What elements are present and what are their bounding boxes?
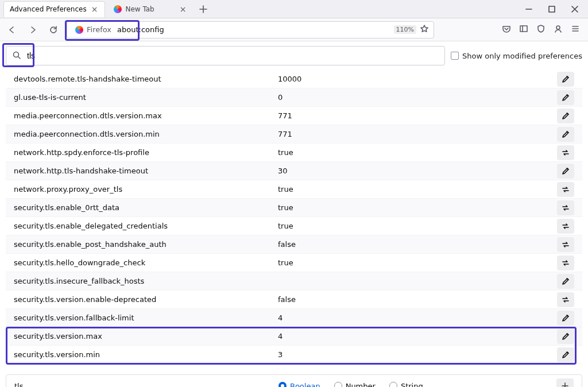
pref-row: security.tls.version.min3 [6,346,582,364]
pref-value: 771 [278,130,557,138]
pencil-icon [561,167,570,176]
pref-row: network.http.tls-handshake-timeout30 [6,162,582,180]
show-only-modified-toggle[interactable]: Show only modified preferences [451,52,582,60]
shield-button[interactable] [536,24,546,35]
type-radio-string[interactable]: String [389,382,423,388]
add-pref-button[interactable] [556,378,574,387]
pref-value: 10000 [278,75,557,83]
tab-close-button[interactable]: × [179,5,188,14]
sidebar-button[interactable] [519,24,528,35]
type-radio-boolean[interactable]: Boolean [278,382,320,388]
radio-label: Boolean [290,382,320,388]
config-search-input[interactable] [26,51,439,61]
browser-tab[interactable]: Advanced Preferences× [3,1,105,17]
new-tab-button[interactable] [196,2,211,17]
pref-toggle-button[interactable] [557,182,574,197]
account-icon [554,24,563,33]
pref-row: security.tls.enable_delegated_credential… [6,217,582,235]
forward-icon [28,25,37,34]
firefox-icon [114,5,122,13]
pref-edit-button[interactable] [557,311,574,326]
pref-toggle-button[interactable] [557,145,574,160]
browser-toolbar: Firefox about:config 110% [0,18,588,41]
pref-name: media.peerconnection.dtls.version.max [14,111,278,120]
toolbar-right-icons [502,24,583,35]
pref-edit-button[interactable] [557,347,574,362]
pref-row: devtools.remote.tls-handshake-timeout100… [6,70,582,88]
pencil-icon [561,75,570,84]
pref-list: devtools.remote.tls-handshake-timeout100… [0,70,588,370]
pref-toggle-button[interactable] [557,219,574,234]
pref-name: security.tls.version.enable-deprecated [14,295,278,304]
pref-edit-button[interactable] [557,274,574,289]
pencil-icon [561,111,570,121]
pref-edit-button[interactable] [557,109,574,123]
identity-box[interactable]: Firefox [72,24,115,35]
reload-button[interactable] [46,22,61,37]
pref-row: security.tls.version.enable-deprecatedfa… [6,291,582,309]
radio-icon [278,382,287,387]
window-minimize-button[interactable] [518,1,540,18]
pref-toggle-button[interactable] [557,256,574,270]
pref-value: 771 [278,111,557,120]
pref-toggle-button[interactable] [557,200,574,215]
account-button[interactable] [554,24,563,35]
pref-row: security.tls.version.fallback-limit4 [6,309,582,327]
pref-name: devtools.remote.tls-handshake-timeout [14,75,278,83]
pencil-icon [561,277,570,286]
pref-edit-button[interactable] [557,329,574,344]
radio-label: Number [346,382,376,388]
type-radio-number[interactable]: Number [334,382,376,388]
reload-icon [49,25,58,34]
pref-row: media.peerconnection.dtls.version.max771 [6,107,582,125]
svg-point-3 [14,52,19,57]
toggle-icon [561,203,570,212]
app-menu-button[interactable] [571,24,580,35]
add-pref-row: tls BooleanNumberString [6,374,582,387]
pref-name: security.tls.enable_post_handshake_auth [14,240,278,249]
toggle-icon [561,148,570,157]
pref-name: media.peerconnection.dtls.version.min [14,130,278,138]
pref-value: 4 [278,314,557,322]
pref-name: security.tls.version.fallback-limit [14,314,278,322]
pref-row: security.tls.insecure_fallback_hosts [6,272,582,291]
back-button[interactable] [5,22,20,37]
browser-tabstrip: Advanced Preferences×New Tab× [0,0,588,18]
window-close-button[interactable] [564,1,586,18]
config-search-box[interactable] [6,46,445,65]
pref-name: network.http.spdy.enforce-tls-profile [14,148,278,157]
url-bar[interactable]: Firefox about:config 110% [67,21,434,38]
radio-icon [334,382,342,387]
window-maximize-button[interactable] [541,1,563,18]
pref-edit-button[interactable] [557,72,574,87]
pref-toggle-button[interactable] [557,237,574,252]
pencil-icon [561,130,570,139]
maximize-icon [547,5,556,14]
toggle-icon [561,258,570,268]
search-icon [12,51,21,61]
shield-icon [536,24,546,33]
bookmark-star-button[interactable] [420,24,429,35]
pocket-button[interactable] [502,24,511,35]
pref-name: network.http.tls-handshake-timeout [14,167,278,175]
pencil-icon [561,350,570,359]
toggle-icon [561,295,570,304]
annotation-version-rows: security.tls.version.max4security.tls.ve… [6,327,582,364]
tab-close-button[interactable]: × [90,5,99,14]
identity-label: Firefox [87,25,111,34]
pref-row: security.tls.enable_0rtt_datatrue [6,199,582,217]
pref-value: true [278,203,557,212]
config-search-row: Show only modified preferences [0,41,588,70]
pref-name: security.tls.enable_0rtt_data [14,203,278,212]
pref-toggle-button[interactable] [557,292,574,307]
pref-row: network.http.spdy.enforce-tls-profiletru… [6,144,582,162]
radio-icon [389,382,397,387]
pref-name: network.proxy.proxy_over_tls [14,185,278,194]
zoom-badge[interactable]: 110% [394,25,416,34]
forward-button[interactable] [25,22,40,37]
browser-tab[interactable]: New Tab× [107,1,194,17]
pref-value: true [278,222,557,230]
pref-edit-button[interactable] [557,164,574,179]
pref-edit-button[interactable] [557,127,574,142]
pref-edit-button[interactable] [557,90,574,105]
